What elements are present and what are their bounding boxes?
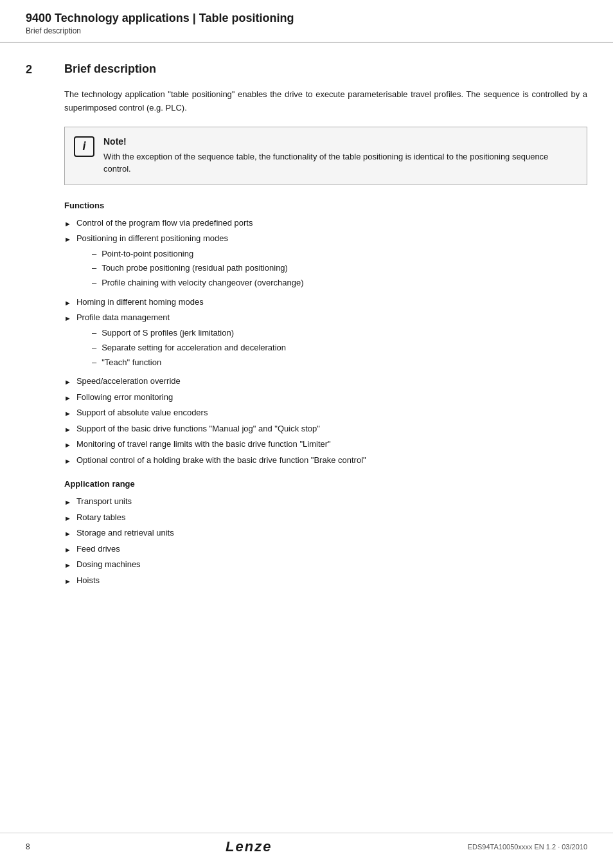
section-number: 2	[26, 62, 64, 77]
dash-icon: –	[92, 341, 96, 355]
function-item-text: Homing in different homing modes	[76, 296, 204, 309]
functions-subsection: Functions ►Control of the program flow v…	[64, 201, 587, 467]
app-range-item-text: Storage and retrieval units	[76, 527, 174, 539]
page-container: 9400 Technology applications | Table pos…	[0, 0, 613, 868]
bullet-arrow-icon: ►	[64, 497, 71, 508]
bullet-arrow-icon: ►	[64, 219, 71, 230]
sub-item: –"Teach" function	[92, 356, 286, 370]
sub-item-text: Point-to-point positioning	[102, 248, 193, 261]
function-item: ►Speed/acceleration override	[64, 375, 587, 388]
sub-item-text: Profile chaining with velocity changeove…	[102, 276, 303, 290]
function-item-text: Control of the program flow via predefin…	[76, 217, 253, 230]
app-range-item: ►Hoists	[64, 574, 587, 587]
function-item: ►Profile data management–Support of S pr…	[64, 311, 587, 372]
bullet-arrow-icon: ►	[64, 576, 71, 587]
app-range-item-text: Transport units	[76, 495, 132, 508]
sub-item-text: "Teach" function	[102, 356, 161, 370]
bullet-arrow-icon: ►	[64, 313, 71, 324]
dash-icon: –	[92, 248, 96, 261]
function-item: ►Support of the basic drive functions "M…	[64, 422, 587, 435]
dash-icon: –	[92, 262, 96, 275]
function-item: ►Control of the program flow via predefi…	[64, 217, 587, 230]
function-item-text: Speed/acceleration override	[76, 375, 181, 388]
bullet-arrow-icon: ►	[64, 298, 71, 309]
section-title: Brief description	[64, 62, 156, 76]
note-content: Note! With the exception of the sequence…	[103, 136, 575, 176]
app-range-item: ►Dosing machines	[64, 558, 587, 571]
application-range-heading: Application range	[64, 479, 587, 489]
note-box: i Note! With the exception of the sequen…	[64, 127, 587, 185]
dash-icon: –	[92, 327, 96, 340]
app-range-item-text: Rotary tables	[76, 511, 126, 524]
app-range-item: ►Storage and retrieval units	[64, 527, 587, 539]
bullet-arrow-icon: ►	[64, 377, 71, 388]
bullet-arrow-icon: ►	[64, 234, 71, 245]
bullet-arrow-icon: ►	[64, 408, 71, 419]
application-range-subsection: Application range ►Transport units►Rotar…	[64, 479, 587, 586]
page-header: 9400 Technology applications | Table pos…	[0, 0, 613, 43]
dash-icon: –	[92, 356, 96, 370]
app-range-item-text: Dosing machines	[76, 558, 141, 571]
page-footer: 8 Lenze EDS94TA10050xxxx EN 1.2 · 03/201…	[0, 833, 613, 855]
bullet-arrow-icon: ►	[64, 393, 71, 404]
sub-item: –Separate setting for acceleration and d…	[92, 341, 286, 355]
bullet-arrow-icon: ►	[64, 513, 71, 524]
function-item: ►Following error monitoring	[64, 391, 587, 404]
application-range-list: ►Transport units►Rotary tables►Storage a…	[64, 495, 587, 586]
note-title: Note!	[103, 136, 575, 147]
sub-item: –Profile chaining with velocity changeov…	[92, 276, 304, 290]
bullet-arrow-icon: ►	[64, 560, 71, 571]
dash-icon: –	[92, 276, 96, 290]
bullet-arrow-icon: ►	[64, 529, 71, 539]
sub-item: –Support of S profiles (jerk limitation)	[92, 327, 286, 340]
app-range-item-text: Feed drives	[76, 543, 120, 556]
app-range-item: ►Transport units	[64, 495, 587, 508]
function-item: ►Homing in different homing modes	[64, 296, 587, 309]
function-item-text: Positioning in different positioning mod…	[76, 232, 304, 293]
sub-item: –Point-to-point positioning	[92, 248, 304, 261]
info-icon: i	[74, 136, 94, 157]
functions-list: ►Control of the program flow via predefi…	[64, 217, 587, 467]
footer-doc-ref: EDS94TA10050xxxx EN 1.2 · 03/2010	[468, 843, 587, 851]
function-item: ►Support of absolute value encoders	[64, 406, 587, 419]
function-item: ►Monitoring of travel range limits with …	[64, 438, 587, 451]
sub-item-text: Touch probe positioning (residual path p…	[102, 262, 288, 275]
bullet-arrow-icon: ►	[64, 456, 71, 467]
bullet-arrow-icon: ►	[64, 424, 71, 435]
section-heading-row: 2 Brief description	[26, 62, 587, 77]
app-range-item: ►Feed drives	[64, 543, 587, 556]
function-item-text: Following error monitoring	[76, 391, 173, 404]
bullet-arrow-icon: ►	[64, 440, 71, 451]
page-header-subtitle: Brief description	[26, 26, 587, 35]
main-content: 2 Brief description The technology appli…	[0, 43, 613, 638]
function-item: ►Optional control of a holding brake wit…	[64, 454, 587, 467]
app-range-item: ►Rotary tables	[64, 511, 587, 524]
function-item: ►Positioning in different positioning mo…	[64, 232, 587, 293]
bullet-arrow-icon: ►	[64, 545, 71, 556]
footer-page-number: 8	[26, 842, 30, 851]
page-header-title: 9400 Technology applications | Table pos…	[26, 12, 587, 25]
lenze-logo: Lenze	[226, 838, 272, 855]
function-item-text: Profile data management–Support of S pro…	[76, 311, 286, 372]
app-range-item-text: Hoists	[76, 574, 100, 587]
function-item-text: Monitoring of travel range limits with t…	[76, 438, 331, 451]
sub-item-text: Support of S profiles (jerk limitation)	[102, 327, 234, 340]
function-item-text: Optional control of a holding brake with…	[76, 454, 366, 467]
sub-item-text: Separate setting for acceleration and de…	[102, 341, 286, 355]
functions-heading: Functions	[64, 201, 587, 210]
sub-item: –Touch probe positioning (residual path …	[92, 262, 304, 275]
function-item-text: Support of absolute value encoders	[76, 406, 208, 419]
function-item-text: Support of the basic drive functions "Ma…	[76, 422, 320, 435]
note-text: With the exception of the sequence table…	[103, 150, 575, 176]
body-text: The technology application "table positi…	[64, 88, 587, 115]
